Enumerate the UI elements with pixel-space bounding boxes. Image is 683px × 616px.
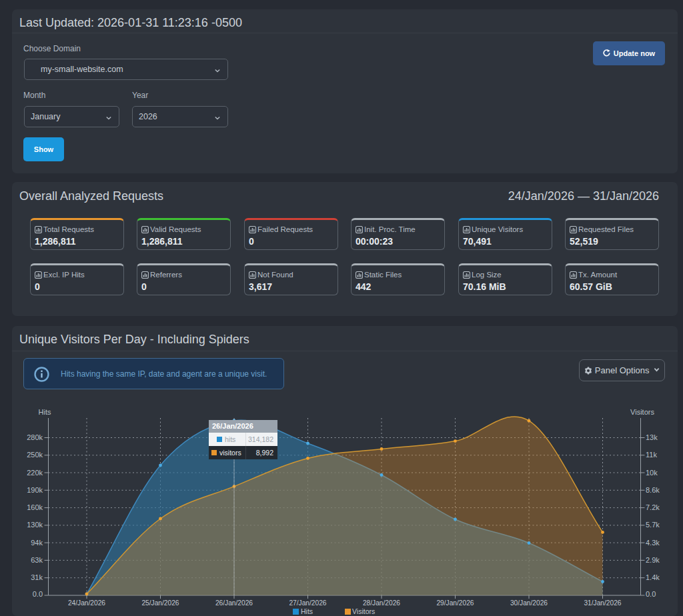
svg-text:250k: 250k: [27, 451, 43, 459]
svg-text:29/Jan/2026: 29/Jan/2026: [436, 599, 474, 607]
svg-text:94k: 94k: [31, 539, 43, 547]
svg-text:190k: 190k: [27, 486, 43, 494]
svg-text:27/Jan/2026: 27/Jan/2026: [289, 599, 326, 607]
svg-text:2.9k: 2.9k: [646, 556, 660, 564]
svg-text:Visitors: Visitors: [630, 408, 654, 416]
svg-text:0.0: 0.0: [646, 590, 656, 598]
svg-text:13k: 13k: [646, 433, 658, 441]
svg-text:1.4k: 1.4k: [646, 573, 660, 581]
svg-text:31k: 31k: [31, 573, 43, 581]
svg-text:4.3k: 4.3k: [646, 539, 660, 547]
svg-text:280k: 280k: [27, 433, 43, 441]
svg-text:8.6k: 8.6k: [646, 486, 660, 494]
svg-text:30/Jan/2026: 30/Jan/2026: [510, 599, 548, 607]
svg-text:130k: 130k: [27, 521, 43, 529]
svg-text:28/Jan/2026: 28/Jan/2026: [363, 599, 400, 607]
svg-text:Hits: Hits: [39, 408, 51, 416]
svg-text:25/Jan/2026: 25/Jan/2026: [141, 599, 179, 607]
svg-text:11k: 11k: [646, 451, 657, 459]
svg-text:220k: 220k: [27, 469, 43, 477]
svg-text:0.0: 0.0: [33, 590, 43, 598]
svg-text:7.2k: 7.2k: [646, 503, 660, 511]
svg-text:63k: 63k: [31, 556, 43, 564]
svg-text:31/Jan/2026: 31/Jan/2026: [584, 599, 621, 607]
svg-text:26/Jan/2026: 26/Jan/2026: [215, 599, 253, 607]
svg-text:160k: 160k: [27, 503, 43, 511]
svg-text:10k: 10k: [646, 469, 658, 477]
svg-text:5.7k: 5.7k: [646, 521, 660, 529]
svg-text:24/Jan/2026: 24/Jan/2026: [68, 599, 105, 607]
